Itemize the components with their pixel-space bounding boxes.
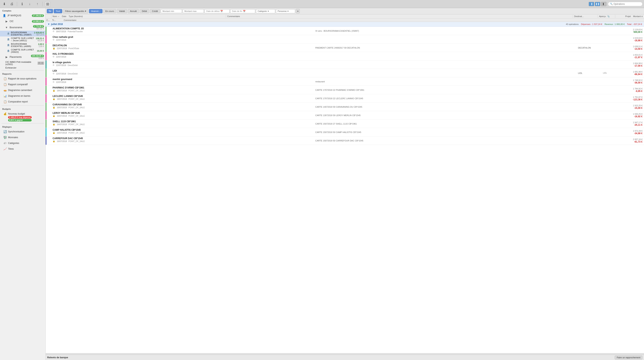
tx-date: 16/07/2018	[57, 106, 67, 108]
tx-check[interactable]	[46, 120, 52, 128]
tx-check[interactable]	[46, 136, 52, 145]
sidebar-item-comparative[interactable]: 📋 Comparative report	[0, 99, 46, 104]
table-row[interactable]: DECATHLON 🔒 22/07/2018 PointOfSale PAIEM…	[46, 44, 644, 52]
sidebar-item-categories[interactable]: 🏷 Catégories	[0, 140, 46, 146]
tile-center-button[interactable]: ▌▐	[595, 2, 600, 6]
sidebar-item-boursorama-x6895[interactable]: 🏦 BOURSORAMA ESSENTIEL (x6895) 2,00 € 1,…	[0, 42, 46, 48]
filtres-sauvegardes-button[interactable]: Filtres sauvegardés ▾	[63, 9, 88, 14]
table-row[interactable]: menhir gourmand ⚙ 22/07/2018 restaurant …	[46, 77, 644, 86]
sidebar-item-boursorama-x5897[interactable]: 🏦 BOURSORAMA ESSENTIEL (X5897) 1 619,63 …	[0, 31, 46, 36]
folder-placements-icon: ▶	[4, 55, 8, 59]
echeancier-name: Échéancier	[5, 66, 44, 69]
info-icon[interactable]: ℹ	[20, 1, 25, 7]
sidebar-item-titres[interactable]: 📈 Titres	[0, 146, 46, 152]
table-row[interactable]: LEROY MERLIN CB*1545 🔒 16/07/2018 POINT_…	[46, 111, 644, 120]
expand-filter-button[interactable]: »	[296, 9, 300, 14]
sidebar-item-sous-ops[interactable]: 📋 Rapport de sous-opérations	[0, 76, 46, 82]
table-row[interactable]: Chez nathalie gruit ⚙ 22/07/2018 1 619,6…	[46, 35, 644, 44]
print-icon[interactable]: 🖨	[9, 1, 14, 7]
month-collapse-icon[interactable]: ▼	[48, 23, 50, 26]
sidebar-item-livret-x6622[interactable]: 🏦 COMPTE SUR LIVRET (X6622) 10,44 €	[0, 48, 46, 54]
sidebar-item-camembert[interactable]: 🥧 Diagramme camembert	[0, 87, 46, 93]
sidebar-item-rapport-comparatif[interactable]: 📋 Rapport comparatif	[0, 82, 46, 87]
tx-running-balance: 1 915,25 €	[633, 104, 642, 107]
table-row[interactable]: PHARMAC D'ARMO CB*1961 🔒 18/07/2018 POIN…	[46, 86, 644, 94]
tx-amount: -61,73 €	[634, 140, 642, 143]
tx-name: DECATHLON	[52, 44, 313, 47]
tx-check[interactable]	[46, 27, 52, 35]
table-row[interactable]: CAMP HALIOTIS CB*1545 🔒 16/07/2018 POINT…	[46, 128, 644, 136]
debit-button[interactable]: Débit	[140, 9, 149, 13]
sidebar-item-cic-immo[interactable]: CIC IMMO Prêt modulable (x2502) 0,00 €	[0, 60, 46, 66]
table-row[interactable]: SHELL 1115 CB*1961 🔒 16/07/2018 POINT_OF…	[46, 120, 644, 128]
toolbar: ⬇ 🖨 ℹ ↓ ↑ ⊞ ▐ ▌▐ ▌ 🔍	[0, 0, 644, 8]
tx-main: ALIMENTATION COMPTE JO ⚙ 30/07/2018 Pote…	[52, 27, 314, 35]
tx-check[interactable]	[46, 77, 52, 86]
search-input[interactable]	[614, 3, 640, 5]
tx-comment	[314, 60, 577, 69]
tx-check[interactable]	[46, 44, 52, 52]
upload-arrow-icon[interactable]: ↑	[35, 1, 40, 7]
sidebar-item-cic[interactable]: ▶ CIC 14 690,41 €	[0, 18, 46, 24]
montant-max-input[interactable]	[183, 9, 204, 13]
tx-amount: -66,94 €	[634, 73, 642, 76]
sidebar-item-monnaies[interactable]: 💱 Monnaies	[0, 134, 46, 140]
valide-button[interactable]: Validé	[117, 9, 127, 13]
tx-amount: -6,95 €	[635, 90, 642, 92]
categorie-filter[interactable]: Catégorie ▾	[256, 9, 275, 13]
tx-type: PointOfSale	[68, 47, 79, 50]
credit-button[interactable]: Crédit	[150, 9, 160, 13]
sidebar-divider-1	[2, 70, 44, 70]
date-fin-filter[interactable]: Date de fin 📅	[230, 9, 255, 13]
sidebar-item-barres[interactable]: 📊 Diagramme en barres	[0, 93, 46, 99]
tx-check[interactable]	[46, 35, 52, 43]
sidebar-item-nouveau-budget[interactable]: 💰 Nouveau budget 3 449,23 € trop dépensé…	[0, 111, 46, 122]
tx-name: PHARMAC D'ARMO CB*1961	[52, 86, 313, 89]
tx-type: POINT_OF_SALE	[68, 115, 85, 117]
download-icon[interactable]: ⬇	[2, 1, 7, 7]
tx-check[interactable]	[46, 52, 52, 60]
annule-button[interactable]: Annulé	[128, 9, 139, 13]
tri-button[interactable]: Tri	[47, 9, 53, 13]
sidebar-item-placements[interactable]: ▶ Placements 108 232,95 € 0,00 €	[0, 54, 46, 60]
tile-right-button[interactable]: ▌	[601, 2, 606, 6]
tx-check[interactable]	[46, 103, 52, 111]
table-row[interactable]: CARREFOUR DAC CB*1545 🔒 16/07/2018 POINT…	[46, 136, 644, 145]
sidebar-item-livret-x6911[interactable]: 🏦 COMPTE SUR LIVRET – Jeune (x6911) 138,…	[0, 36, 46, 42]
calculator-icon[interactable]: ⊞	[45, 1, 50, 7]
tx-check[interactable]	[46, 86, 52, 94]
tx-running-balance: 2 119,63 €	[633, 28, 642, 31]
tx-check[interactable]	[46, 128, 52, 136]
avance-button[interactable]: Avancé...	[89, 9, 102, 13]
scrollbar-track[interactable]	[46, 353, 644, 355]
tx-running-balance: 1 947,17 €	[633, 121, 642, 124]
table-row[interactable]: LECLERC LANNIO CB*1545 🔒 18/07/2018 POIN…	[46, 94, 644, 103]
tile-left-button[interactable]: ▐	[589, 2, 594, 6]
tx-check[interactable]	[46, 94, 52, 102]
tx-preview	[602, 94, 617, 102]
tout-button[interactable]: Tout	[54, 9, 62, 13]
titres-icon: 📈	[3, 147, 7, 151]
sidebar-item-synchronisation[interactable]: 🔄 Synchronisation	[0, 129, 46, 134]
sidebar-item-user[interactable]: 👤 JF MARQUIS 27 206,02 €	[0, 13, 46, 18]
tx-meta: 🔒 18/07/2018 POINT_OF_SALE	[52, 89, 313, 92]
table-row[interactable]: ALIMENTATION COMPTE JO ⚙ 30/07/2018 Pote…	[46, 27, 644, 35]
table-row[interactable]: le village gaulois ⚙ 22/07/2018 DirectDe…	[46, 60, 644, 69]
personne-filter[interactable]: Personne ▾	[276, 9, 295, 13]
en-cours-button[interactable]: En cours	[103, 9, 116, 13]
tx-dest	[577, 111, 602, 119]
table-row[interactable]: HAL O FROMAGES ⚙ 22/07/2018 1 653,01 € -…	[46, 52, 644, 60]
tx-check[interactable]	[46, 69, 52, 77]
search-box[interactable]: 🔍	[608, 2, 642, 6]
table-row[interactable]: CARAVANING DU CB*1545 🔒 16/07/2018 POINT…	[46, 103, 644, 111]
tx-check[interactable]	[46, 111, 52, 119]
sidebar-item-boursorama-folder[interactable]: ▼ Boursorama 1 770,38 € 687,92 €	[0, 24, 46, 31]
download-arrow-icon[interactable]: ↓	[27, 1, 32, 7]
montant-min-input[interactable]	[161, 9, 182, 13]
date-debut-filter[interactable]: Date de début 📅	[204, 9, 230, 13]
tx-check[interactable]	[46, 60, 52, 69]
col-nom[interactable]: Nom ✓ Date Type (Numéro)	[52, 15, 226, 18]
rapprochement-button[interactable]: Faire un rapprochement	[615, 356, 642, 360]
sidebar-item-echeancier[interactable]: Échéancier	[0, 66, 46, 70]
table-row[interactable]: LIDI ⚙ 22/07/2018 DirectDebit LIDL LIDL …	[46, 69, 644, 77]
